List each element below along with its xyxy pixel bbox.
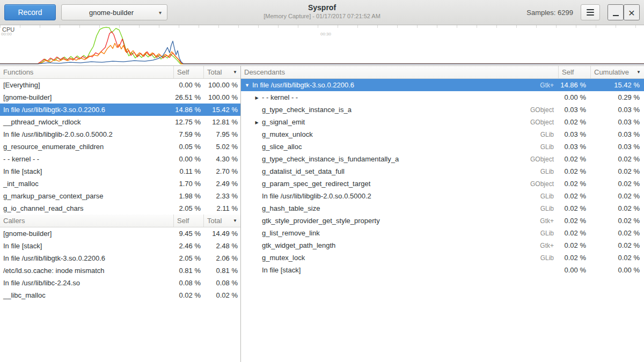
descendant-name: In file /usr/lib/libglib-2.0.so.0.5000.2 bbox=[261, 192, 540, 200]
self-percent: 2.05 % bbox=[173, 204, 203, 212]
library-tag: GObject bbox=[530, 180, 554, 188]
function-row[interactable]: __pthread_rwlock_rdlock 12.75 % 12.81 % bbox=[0, 116, 240, 128]
self-percent: 0.05 % bbox=[173, 143, 203, 151]
function-row[interactable]: - - kernel - - 0.00 % 4.30 % bbox=[0, 153, 240, 165]
self-percent: 0.02 % bbox=[558, 254, 590, 262]
cumulative-percent: 0.02 % bbox=[590, 180, 644, 188]
descendants-table-header: Descendants Self Cumulative ▼ bbox=[241, 66, 644, 79]
library-tag: Gtk+ bbox=[540, 242, 554, 249]
descendant-row[interactable]: g_datalist_id_set_data_full GLib 0.02 % … bbox=[241, 165, 644, 178]
cumulative-percent: 0.02 % bbox=[590, 217, 644, 225]
process-selector-dropdown[interactable]: gnome-builder ▾ bbox=[61, 4, 167, 20]
functions-table: [Everything] 0.00 % 100.00 % [gnome-buil… bbox=[0, 79, 240, 215]
total-percent: 2.33 % bbox=[203, 192, 240, 200]
cumulative-percent: 0.00 % bbox=[590, 266, 644, 274]
callers-column-header[interactable]: Callers bbox=[0, 215, 173, 227]
self-percent: 9.45 % bbox=[173, 230, 203, 238]
menu-button[interactable] bbox=[581, 4, 600, 20]
self-column-header[interactable]: Self bbox=[173, 215, 203, 227]
descendant-row[interactable]: g_slice_alloc GLib 0.03 % 0.03 % bbox=[241, 141, 644, 153]
self-percent: 0.00 % bbox=[173, 81, 203, 89]
function-row[interactable]: _int_malloc 1.70 % 2.49 % bbox=[0, 178, 240, 190]
chevron-down-icon: ▾ bbox=[159, 10, 162, 16]
function-row[interactable]: [gnome-builder] 26.51 % 100.00 % bbox=[0, 91, 240, 104]
descendant-name: g_list_remove_link bbox=[261, 229, 540, 237]
total-percent: 2.06 % bbox=[203, 254, 240, 262]
descendants-column-header[interactable]: Descendants bbox=[241, 66, 558, 78]
functions-column-header[interactable]: Functions bbox=[0, 66, 173, 78]
function-name: [Everything] bbox=[0, 81, 173, 89]
descendant-row[interactable]: g_type_check_instance_is_a GObject 0.03 … bbox=[241, 104, 644, 116]
cumulative-column-header[interactable]: Cumulative ▼ bbox=[590, 66, 644, 78]
descendant-name: g_mutex_lock bbox=[261, 254, 540, 262]
descendant-row[interactable]: gtk_style_provider_get_style_property Gt… bbox=[241, 215, 644, 227]
self-percent: 2.05 % bbox=[173, 254, 203, 262]
caller-row[interactable]: In file /usr/lib/libc-2.24.so 0.08 % 0.0… bbox=[0, 277, 240, 289]
descendant-name: g_type_check_instance_is_fundamentally_a bbox=[261, 155, 530, 163]
self-percent: 2.46 % bbox=[173, 242, 203, 250]
expander-icon[interactable] bbox=[253, 120, 261, 125]
descendant-row[interactable]: g_param_spec_get_redirect_target GObject… bbox=[241, 178, 644, 190]
function-row[interactable]: [Everything] 0.00 % 100.00 % bbox=[0, 79, 240, 91]
descendant-row[interactable]: g_mutex_unlock GLib 0.03 % 0.03 % bbox=[241, 128, 644, 141]
self-percent: 0.00 % bbox=[558, 266, 590, 274]
total-percent: 2.49 % bbox=[203, 180, 240, 188]
expander-icon[interactable] bbox=[253, 95, 261, 100]
total-percent: 7.95 % bbox=[203, 130, 240, 138]
descendant-row[interactable]: gtk_widget_path_length Gtk+ 0.02 % 0.02 … bbox=[241, 239, 644, 252]
caller-row[interactable]: In file [stack] 2.46 % 2.48 % bbox=[0, 240, 240, 252]
library-tag: GLib bbox=[540, 143, 554, 151]
cumulative-percent: 15.42 % bbox=[590, 81, 644, 89]
function-row[interactable]: In file /usr/lib/libglib-2.0.so.0.5000.2… bbox=[0, 128, 240, 141]
cumulative-percent: 0.02 % bbox=[590, 229, 644, 237]
descendant-row[interactable]: - - kernel - - 0.00 % 0.29 % bbox=[241, 91, 644, 104]
hamburger-icon bbox=[587, 12, 594, 13]
self-column-header[interactable]: Self bbox=[173, 66, 203, 78]
descendant-name: In file /usr/lib/libgtk-3.so.0.2200.6 bbox=[251, 81, 540, 89]
caller-name: In file [stack] bbox=[0, 242, 173, 250]
cpu-timeline-graph[interactable]: CPU 00:00 00:30 bbox=[0, 25, 644, 66]
caller-row[interactable]: __libc_malloc 0.02 % 0.02 % bbox=[0, 289, 240, 301]
descendant-row[interactable]: In file /usr/lib/libgtk-3.so.0.2200.6 Gt… bbox=[241, 79, 644, 91]
library-tag: GLib bbox=[540, 131, 554, 138]
descendant-row[interactable]: g_hash_table_size GLib 0.02 % 0.02 % bbox=[241, 202, 644, 215]
self-percent: 0.02 % bbox=[558, 167, 590, 175]
descendant-row[interactable]: In file /usr/lib/libglib-2.0.so.0.5000.2… bbox=[241, 190, 644, 202]
expander-icon[interactable] bbox=[243, 83, 251, 88]
function-row[interactable]: g_resource_enumerate_children 0.05 % 5.0… bbox=[0, 141, 240, 153]
descendant-row[interactable]: g_signal_emit GObject 0.02 % 0.03 % bbox=[241, 116, 644, 128]
main-content: Functions Self Total ▼ [Everything] 0.00… bbox=[0, 66, 644, 362]
record-button[interactable]: Record bbox=[4, 4, 56, 20]
descendant-row[interactable]: In file [stack] 0.00 % 0.00 % bbox=[241, 264, 644, 276]
self-percent: 0.02 % bbox=[558, 155, 590, 163]
library-tag: Gtk+ bbox=[540, 82, 554, 89]
function-name: In file [stack] bbox=[0, 167, 173, 175]
total-column-header[interactable]: Total ▼ bbox=[203, 66, 240, 78]
functions-table-header: Functions Self Total ▼ bbox=[0, 66, 240, 79]
total-percent: 4.30 % bbox=[203, 155, 240, 163]
descendant-row[interactable]: g_type_check_instance_is_fundamentally_a… bbox=[241, 153, 644, 165]
close-button[interactable]: × bbox=[624, 4, 640, 20]
descendant-row[interactable]: g_mutex_lock GLib 0.02 % 0.02 % bbox=[241, 252, 644, 264]
self-percent: 0.02 % bbox=[558, 217, 590, 225]
caller-row[interactable]: [gnome-builder] 9.45 % 14.49 % bbox=[0, 227, 240, 240]
total-column-header[interactable]: Total ▼ bbox=[203, 215, 240, 227]
function-row[interactable]: g_markup_parse_context_parse 1.98 % 2.33… bbox=[0, 190, 240, 202]
function-row[interactable]: g_io_channel_read_chars 2.05 % 2.11 % bbox=[0, 202, 240, 215]
minimize-button[interactable] bbox=[608, 4, 624, 20]
caller-row[interactable]: /etc/ld.so.cache: inode mismatch 0.81 % … bbox=[0, 264, 240, 277]
function-row[interactable]: In file [stack] 0.11 % 2.70 % bbox=[0, 165, 240, 178]
descendant-row[interactable]: g_list_remove_link GLib 0.02 % 0.02 % bbox=[241, 227, 644, 239]
library-tag: GObject bbox=[530, 156, 554, 163]
library-tag: GLib bbox=[540, 254, 554, 262]
cumulative-percent: 0.03 % bbox=[590, 130, 644, 138]
self-percent: 0.02 % bbox=[558, 241, 590, 249]
close-icon: × bbox=[628, 7, 635, 18]
self-column-header[interactable]: Self bbox=[558, 66, 590, 78]
self-percent: 0.08 % bbox=[173, 279, 203, 287]
total-percent: 5.02 % bbox=[203, 143, 240, 151]
function-row[interactable]: In file /usr/lib/libgtk-3.so.0.2200.6 14… bbox=[0, 104, 240, 116]
total-column-label: Total bbox=[207, 217, 222, 225]
caller-row[interactable]: In file /usr/lib/libgtk-3.so.0.2200.6 2.… bbox=[0, 252, 240, 264]
function-name: - - kernel - - bbox=[0, 155, 173, 163]
